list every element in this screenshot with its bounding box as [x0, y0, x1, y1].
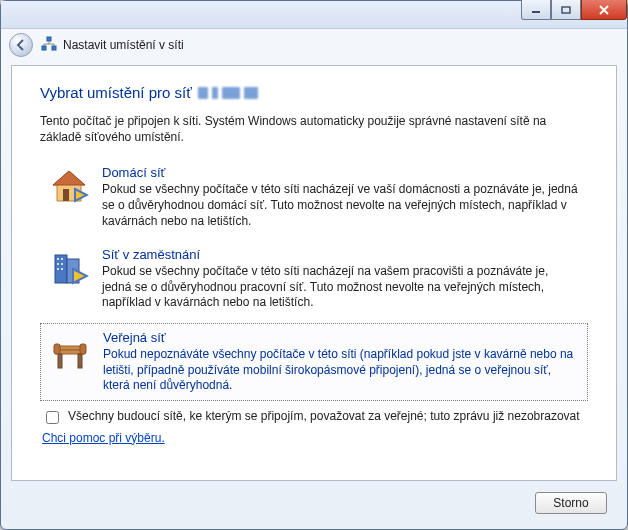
svg-rect-18 [57, 263, 59, 265]
nav-row: Nastavit umístění v síti [1, 29, 627, 61]
heading-text: Vybrat umístění pro síť [40, 84, 192, 101]
maximize-button[interactable] [551, 0, 581, 20]
nav-title-text: Nastavit umístění v síti [63, 38, 184, 52]
work-icon [48, 247, 90, 311]
option-work-title: Síť v zaměstnání [102, 247, 580, 262]
help-choose-link[interactable]: Chci pomoc při výběru. [42, 431, 588, 445]
page-heading: Vybrat umístění pro síť [40, 84, 588, 101]
svg-rect-27 [80, 344, 86, 354]
back-button[interactable] [9, 33, 33, 57]
option-home-network[interactable]: Domácí síť Pokud se všechny počítače v t… [40, 159, 588, 235]
intro-text: Tento počítač je připojen k síti. Systém… [40, 113, 588, 145]
treat-future-as-public-row: Všechny budoucí sítě, ke kterým se připo… [42, 409, 588, 427]
public-icon [49, 330, 91, 394]
titlebar [1, 1, 627, 29]
network-name-redacted [198, 87, 258, 99]
option-home-desc: Pokud se všechny počítače v této síti na… [102, 182, 580, 229]
svg-rect-6 [52, 46, 56, 50]
content-panel: Vybrat umístění pro síť Tento počítač je… [11, 65, 617, 481]
svg-rect-21 [61, 268, 63, 270]
home-icon [48, 165, 90, 229]
window-controls [521, 0, 627, 20]
nav-title: Nastavit umístění v síti [41, 36, 184, 55]
dialog-window: Nastavit umístění v síti Vybrat umístění… [0, 0, 628, 530]
option-public-network[interactable]: Veřejná síť Pokud nepoznáváte všechny po… [40, 323, 588, 401]
svg-rect-1 [562, 7, 570, 13]
dialog-footer: Storno [11, 485, 617, 521]
svg-rect-17 [61, 258, 63, 260]
svg-rect-25 [78, 354, 82, 368]
option-work-network[interactable]: Síť v zaměstnání Pokud se všechny počíta… [40, 241, 588, 317]
treat-future-as-public-checkbox[interactable] [46, 411, 59, 424]
svg-rect-26 [54, 344, 60, 354]
svg-rect-19 [61, 263, 63, 265]
svg-rect-13 [63, 189, 69, 201]
treat-future-as-public-label: Všechny budoucí sítě, ke kterým se připo… [68, 409, 580, 425]
cancel-button[interactable]: Storno [535, 492, 607, 514]
close-button[interactable] [581, 0, 627, 20]
option-public-title: Veřejná síť [103, 330, 579, 345]
network-location-icon [41, 36, 57, 55]
svg-marker-12 [53, 171, 85, 185]
option-public-desc: Pokud nepoznáváte všechny počítače v tét… [103, 347, 579, 394]
option-home-title: Domácí síť [102, 165, 580, 180]
svg-rect-16 [57, 258, 59, 260]
option-work-desc: Pokud se všechny počítače v této síti na… [102, 264, 580, 311]
svg-rect-5 [42, 46, 46, 50]
minimize-button[interactable] [521, 0, 551, 20]
svg-rect-4 [47, 37, 51, 41]
svg-rect-24 [58, 354, 62, 368]
svg-rect-20 [57, 268, 59, 270]
